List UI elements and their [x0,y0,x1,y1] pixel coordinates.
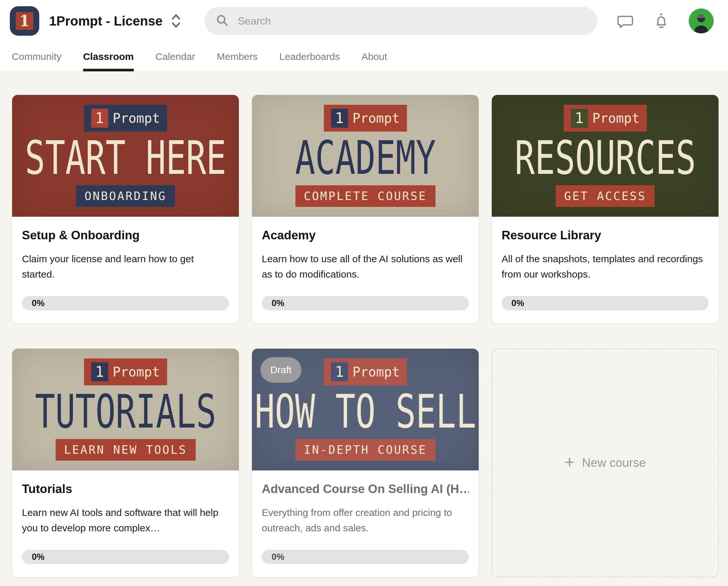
progress-bar: 0% [501,296,709,310]
course-banner: 1 Prompt TUTORIALS LEARN NEW TOOLS [12,349,239,470]
progress-value: 0% [271,298,284,309]
header: 1 1Prompt - License [0,0,728,72]
banner-sublabel: GET ACCESS [555,185,655,207]
progress-value: 0% [271,552,284,562]
banner-headline: ACADEMY [295,135,436,181]
brand-badge-word: Prompt [353,364,400,380]
new-course-label: New course [582,456,646,470]
brand-badge-one: 1 [571,109,588,128]
plus-icon: + [565,453,575,471]
progress-bar: 0% [262,550,469,564]
course-card-academy[interactable]: 1 Prompt ACADEMY COMPLETE COURSE Academy… [252,95,479,324]
tab-calendar[interactable]: Calendar [155,42,195,71]
search-icon [216,14,229,28]
progress-value: 0% [32,552,45,562]
course-banner: 1 Prompt ACADEMY COMPLETE COURSE [252,95,479,217]
course-card-tutorials[interactable]: 1 Prompt TUTORIALS LEARN NEW TOOLS Tutor… [12,348,239,578]
brand-badge-one: 1 [331,109,348,128]
course-card-resource-library[interactable]: 1 Prompt RESOURCES GET ACCESS Resource L… [491,95,719,324]
banner-headline: TUTORIALS [35,389,216,435]
brand-badge-one: 1 [91,109,108,128]
community-title: 1Prompt - License [49,14,163,28]
banner-headline: START HERE [25,135,226,181]
course-card-body: Tutorials Learn new AI tools and softwar… [12,470,239,577]
course-title: Setup & Onboarding [22,228,229,242]
course-card-advanced-selling-ai[interactable]: Draft 1 Prompt HOW TO SELL IN-DEPTH COUR… [252,348,479,578]
brand-badge: 1 Prompt [84,105,167,131]
course-description: Everything from offer creation and prici… [262,505,469,536]
search-bar[interactable] [205,7,597,35]
course-card-body: Academy Learn how to use all of the AI s… [252,217,479,323]
header-icons [617,8,713,33]
community-logo-glyph: 1 [16,12,33,30]
notifications-bell-icon[interactable] [653,13,670,29]
course-banner: 1 Prompt RESOURCES GET ACCESS [492,95,719,217]
banner-sublabel: LEARN NEW TOOLS [55,439,195,461]
course-description: All of the snapshots, templates and reco… [501,251,709,282]
brand-badge-one: 1 [91,362,108,382]
brand-badge: 1 Prompt [564,105,647,131]
new-course-button[interactable]: + New course [491,348,719,578]
course-title: Tutorials [22,482,229,496]
brand-badge: 1 Prompt [323,105,407,131]
tab-bar: Community Classroom Calendar Members Lea… [0,42,728,71]
tab-members[interactable]: Members [217,42,258,71]
course-card-setup-onboarding[interactable]: 1 Prompt START HERE ONBOARDING Setup & O… [12,95,239,324]
brand-badge-word: Prompt [112,111,160,126]
community-logo[interactable]: 1 [10,6,39,36]
search-input[interactable] [237,15,586,27]
brand-badge-word: Prompt [112,364,160,380]
progress-bar: 0% [262,296,469,310]
course-title: Resource Library [501,228,709,242]
banner-sublabel: COMPLETE COURSE [295,185,435,207]
tab-community[interactable]: Community [12,42,61,71]
progress-value: 0% [512,298,524,309]
course-grid: 1 Prompt START HERE ONBOARDING Setup & O… [0,72,728,578]
brand-badge-one: 1 [331,362,348,382]
brand-badge: 1 Prompt [323,359,407,385]
progress-value: 0% [32,298,45,309]
progress-bar: 0% [22,296,229,310]
course-card-body: Advanced Course On Selling AI (H… Everyt… [252,470,479,577]
banner-sublabel: ONBOARDING [76,185,175,207]
course-title: Academy [262,228,469,242]
tab-classroom[interactable]: Classroom [83,42,134,71]
course-banner: Draft 1 Prompt HOW TO SELL IN-DEPTH COUR… [252,349,479,470]
tab-about[interactable]: About [362,42,387,71]
course-banner: 1 Prompt START HERE ONBOARDING [12,95,239,217]
course-card-body: Setup & Onboarding Claim your license an… [12,217,239,323]
chat-icon[interactable] [617,13,634,29]
course-description: Learn new AI tools and software that wil… [22,505,229,536]
banner-sublabel: IN-DEPTH COURSE [295,439,435,461]
banner-headline: HOW TO SELL [255,389,476,435]
tab-leaderboards[interactable]: Leaderboards [280,42,340,71]
progress-bar: 0% [22,550,229,564]
user-avatar[interactable] [689,8,713,33]
community-switcher-icon[interactable] [171,14,181,28]
banner-headline: RESOURCES [515,135,696,181]
draft-badge: Draft [260,357,301,383]
course-description: Claim your license and learn how to get … [22,251,229,282]
header-top: 1 1Prompt - License [0,0,728,42]
course-title: Advanced Course On Selling AI (H… [262,482,469,496]
course-card-body: Resource Library All of the snapshots, t… [492,217,719,323]
course-description: Learn how to use all of the AI solutions… [262,251,469,282]
brand-badge: 1 Prompt [84,359,167,385]
brand-badge-word: Prompt [592,111,640,126]
brand-badge-word: Prompt [353,111,400,126]
